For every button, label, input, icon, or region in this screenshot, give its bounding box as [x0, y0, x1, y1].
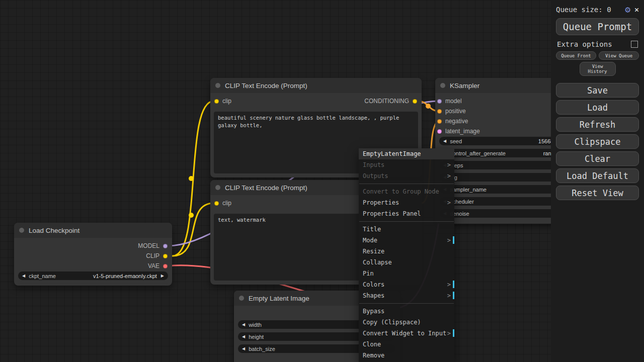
input-slot-label: clip [222, 98, 231, 105]
widget-label: seed [450, 138, 462, 144]
view-history-button[interactable]: View History [580, 62, 616, 76]
output-slot-label: VAE [148, 262, 159, 269]
menu-separator [359, 221, 454, 222]
widget-label: width [249, 322, 262, 328]
submenu-arrow-icon: > [447, 281, 451, 289]
submenu-arrow-icon: > [447, 329, 451, 337]
input-slot-positive[interactable] [437, 109, 442, 114]
close-icon[interactable]: ✕ [634, 6, 639, 14]
input-slot-negative[interactable] [437, 119, 442, 124]
node-title: Empty Latent Image [249, 295, 309, 302]
input-slot-label: positive [445, 108, 466, 115]
menu-separator [359, 303, 454, 304]
reset-view-button[interactable]: Reset View [556, 186, 639, 200]
widget-label: sampler_name [450, 187, 487, 193]
refresh-button[interactable]: Refresh [556, 117, 639, 132]
input-slot-label: clip [222, 200, 231, 207]
input-slot-latent-image[interactable] [437, 129, 442, 134]
menu-item-resize[interactable]: Resize [359, 246, 454, 257]
menu-item-mode[interactable]: Mode> [359, 235, 454, 246]
submenu-arrow-icon: > [447, 236, 451, 244]
widget-label: batch_size [249, 346, 275, 352]
output-slot-conditioning[interactable] [413, 99, 417, 104]
arrow-left-icon[interactable]: ◀ [242, 322, 245, 327]
clipspace-button[interactable]: Clipspace [556, 134, 639, 149]
queue-prompt-button[interactable]: Queue Prompt [556, 18, 639, 35]
save-button[interactable]: Save [556, 83, 639, 98]
queue-front-button[interactable]: Queue Front [556, 51, 596, 60]
input-slot-model[interactable] [437, 99, 442, 104]
extra-options-checkbox[interactable] [631, 41, 638, 48]
widget-value: v1-5-pruned-emaonly.ckpt [93, 273, 157, 279]
menu-item-convert-widget-to-input[interactable]: Convert Widget to Input> [359, 328, 454, 339]
menu-item-title[interactable]: Title [359, 224, 454, 235]
collapse-dot-icon[interactable] [19, 228, 24, 233]
output-slot-vae[interactable] [163, 264, 168, 268]
link-dot [426, 104, 431, 109]
input-slot-clip[interactable] [214, 201, 219, 206]
node-title: CLIP Text Encode (Prompt) [225, 184, 307, 192]
input-slot-label: latent_image [445, 128, 480, 135]
node-title: Load Checkpoint [29, 227, 79, 234]
node-header[interactable]: CLIP Text Encode (Prompt) [210, 78, 422, 93]
comfy-menu-panel: Queue size: 0 ⚙ ✕ Queue Prompt Extra opt… [551, 0, 644, 362]
menu-item-bypass[interactable]: Bypass [359, 306, 454, 317]
input-slot-label: negative [445, 118, 468, 125]
input-slot-clip[interactable] [214, 99, 219, 104]
widget-label: control_after_generate [450, 150, 506, 156]
collapse-dot-icon[interactable] [215, 83, 220, 88]
output-slot-label: CONDITIONING [364, 98, 409, 105]
menu-item-pin[interactable]: Pin [359, 268, 454, 279]
node-title: KSampler [450, 82, 479, 89]
collapse-dot-icon[interactable] [215, 185, 220, 190]
link-dot [189, 213, 194, 218]
node-context-menu: EmptyLatentImage Inputs> Outputs> Conver… [359, 148, 454, 362]
clear-button[interactable]: Clear [556, 151, 639, 166]
arrow-left-icon[interactable]: ◀ [443, 139, 446, 143]
wire-clip-to-negative-encode [173, 203, 214, 256]
ckpt-name-widget[interactable]: ◀ ckpt_name v1-5-pruned-emaonly.ckpt ▶ [18, 272, 168, 280]
menu-item-shapes[interactable]: Shapes> [359, 290, 454, 301]
menu-item-collapse[interactable]: Collapse [359, 257, 454, 268]
menu-item-properties-panel[interactable]: Properties Panel [359, 208, 454, 219]
submenu-arrow-icon: > [447, 172, 451, 180]
submenu-arrow-icon: > [447, 199, 451, 207]
load-default-button[interactable]: Load Default [556, 168, 639, 183]
menu-item-remove[interactable]: Remove [359, 350, 454, 361]
submenu-arrow-icon: > [447, 292, 451, 300]
graph-canvas[interactable]: CLIP Text Encode (Prompt) clip CONDITION… [0, 0, 644, 362]
node-title: CLIP Text Encode (Prompt) [225, 82, 307, 89]
context-menu-title: EmptyLatentImage [359, 148, 454, 159]
view-queue-button[interactable]: View Queue [599, 51, 639, 60]
link-dot [189, 176, 194, 181]
menu-item-inputs: Inputs> [359, 159, 454, 170]
submenu-arrow-icon: > [447, 161, 451, 169]
menu-item-colors[interactable]: Colors> [359, 279, 454, 290]
collapse-dot-icon[interactable] [239, 296, 244, 301]
arrow-left-icon[interactable]: ◀ [242, 346, 245, 351]
menu-item-copy-clipspace[interactable]: Copy (Clipspace) [359, 317, 454, 328]
load-button[interactable]: Load [556, 100, 639, 115]
menu-item-properties[interactable]: Properties> [359, 197, 454, 208]
menu-separator [359, 184, 454, 184]
settings-gear-icon[interactable]: ⚙ [625, 5, 630, 14]
arrow-left-icon[interactable]: ◀ [242, 334, 245, 339]
extra-options-label: Extra options [557, 40, 631, 48]
arrow-left-icon[interactable]: ◀ [22, 274, 25, 278]
arrow-right-icon[interactable]: ▶ [161, 274, 164, 278]
menu-item-convert-to-group-node: Convert to Group Node [359, 186, 454, 197]
input-slot-label: model [445, 98, 462, 105]
widget-label: height [249, 334, 264, 340]
node-load-checkpoint[interactable]: Load Checkpoint MODEL CLIP VAE ◀ ckpt_na… [14, 223, 172, 286]
menu-item-outputs: Outputs> [359, 170, 454, 182]
output-slot-clip[interactable] [163, 254, 168, 258]
node-header[interactable]: Load Checkpoint [14, 223, 172, 238]
output-slot-label: CLIP [146, 252, 159, 259]
widget-label: ckpt_name [29, 273, 56, 279]
output-slot-label: MODEL [138, 242, 159, 249]
queue-size-label: Queue size: 0 [556, 6, 625, 14]
menu-item-clone[interactable]: Clone [359, 339, 454, 350]
collapse-dot-icon[interactable] [440, 83, 445, 88]
output-slot-model[interactable] [163, 244, 168, 248]
